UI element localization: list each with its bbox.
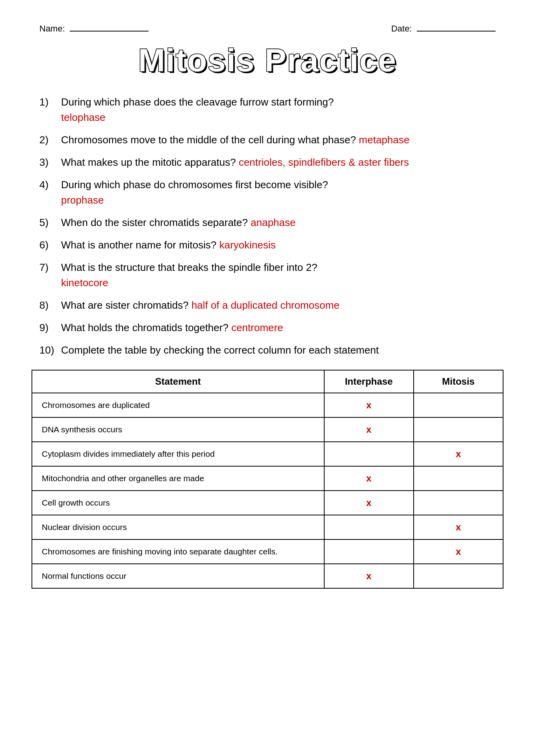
- date-underline: [417, 31, 496, 32]
- table-mitosis-2: x: [414, 442, 503, 466]
- col-header-statement: Statement: [32, 370, 324, 393]
- question-number-8: 8): [39, 298, 61, 313]
- table-row: Chromosomes are finishing moving into se…: [32, 539, 503, 564]
- question-7: 7) What is the structure that breaks the…: [39, 260, 503, 291]
- table-statement-0: Chromosomes are duplicated: [32, 393, 324, 417]
- question-text-9: What holds the chromatids together? cent…: [61, 320, 283, 335]
- question-6: 6) What is another name for mitosis? kar…: [39, 237, 503, 253]
- table-row: Mitochondria and other organelles are ma…: [32, 466, 503, 491]
- table-interphase-1: x: [324, 417, 414, 442]
- table-statement-6: Chromosomes are finishing moving into se…: [32, 539, 324, 564]
- table-section: Statement Interphase Mitosis Chromosomes…: [32, 370, 503, 589]
- question-8: 8) What are sister chromatids? half of a…: [39, 298, 503, 313]
- table-interphase-6: [324, 539, 414, 564]
- answer-table: Statement Interphase Mitosis Chromosomes…: [32, 370, 503, 589]
- table-statement-4: Cell growth occurs: [32, 491, 324, 515]
- table-statement-3: Mitochondria and other organelles are ma…: [32, 466, 324, 491]
- table-row: Nuclear division occursx: [32, 515, 503, 539]
- table-row: Cytoplasm divides immediately after this…: [32, 442, 503, 466]
- question-text-1: During which phase does the cleavage fur…: [61, 94, 334, 125]
- table-row: Cell growth occursx: [32, 491, 503, 515]
- table-statement-1: DNA synthesis occurs: [32, 417, 324, 442]
- question-text-8: What are sister chromatids? half of a du…: [61, 298, 340, 313]
- question-10: 10) Complete the table by checking the c…: [39, 343, 503, 358]
- answer-5: anaphase: [251, 217, 295, 228]
- table-mitosis-6: x: [414, 539, 503, 564]
- page-title: Mitosis Practice: [138, 42, 397, 79]
- question-text-3: What makes up the mitotic apparatus? cen…: [61, 155, 409, 170]
- question-number-2: 2): [39, 132, 61, 148]
- table-statement-5: Nuclear division occurs: [32, 515, 324, 539]
- table-mitosis-7: [414, 564, 503, 588]
- table-row: DNA synthesis occursx: [32, 417, 503, 442]
- table-statement-7: Normal functions occur: [32, 564, 324, 588]
- table-interphase-4: x: [324, 491, 414, 515]
- header: Name: Date:: [32, 24, 503, 34]
- question-number-7: 7): [39, 260, 61, 291]
- question-number-4: 4): [39, 177, 61, 208]
- question-number-5: 5): [39, 215, 61, 230]
- col-header-mitosis: Mitosis: [414, 370, 503, 393]
- answer-1: telophase: [61, 111, 106, 123]
- question-3: 3) What makes up the mitotic apparatus? …: [39, 155, 503, 170]
- question-number-10: 10): [39, 343, 61, 358]
- question-number-9: 9): [39, 320, 61, 335]
- question-number-6: 6): [39, 237, 61, 253]
- answer-8: half of a duplicated chromosome: [191, 299, 340, 311]
- question-text-6: What is another name for mitosis? karyok…: [61, 237, 276, 253]
- table-interphase-5: [324, 515, 414, 539]
- name-underline: [70, 31, 149, 32]
- table-interphase-7: x: [324, 564, 414, 588]
- question-1: 1) During which phase does the cleavage …: [39, 94, 503, 125]
- question-number-3: 3): [39, 155, 61, 170]
- answer-4: prophase: [61, 194, 104, 206]
- answer-7: kinetocore: [61, 277, 108, 289]
- answer-2: metaphase: [359, 134, 410, 146]
- table-mitosis-5: x: [414, 515, 503, 539]
- table-header-row: Statement Interphase Mitosis: [32, 370, 503, 393]
- name-field: Name:: [39, 24, 149, 34]
- col-header-interphase: Interphase: [324, 370, 414, 393]
- answer-3: centrioles, spindlefibers & aster fibers: [239, 156, 409, 168]
- question-4: 4) During which phase do chromosomes fir…: [39, 177, 503, 208]
- question-5: 5) When do the sister chromatids separat…: [39, 215, 503, 230]
- table-mitosis-1: [414, 417, 503, 442]
- table-mitosis-3: [414, 466, 503, 491]
- date-field: Date:: [391, 24, 496, 34]
- name-label: Name:: [39, 24, 65, 33]
- table-interphase-2: [324, 442, 414, 466]
- table-interphase-3: x: [324, 466, 414, 491]
- table-mitosis-4: [414, 491, 503, 515]
- question-text-10: Complete the table by checking the corre…: [61, 343, 379, 358]
- table-row: Normal functions occurx: [32, 564, 503, 588]
- question-2: 2) Chromosomes move to the middle of the…: [39, 132, 503, 148]
- table-statement-2: Cytoplasm divides immediately after this…: [32, 442, 324, 466]
- answer-9: centromere: [231, 322, 283, 334]
- answer-6: karyokinesis: [219, 239, 276, 251]
- date-label: Date:: [391, 24, 412, 33]
- questions-section: 1) During which phase does the cleavage …: [32, 94, 503, 358]
- table-interphase-0: x: [324, 393, 414, 417]
- table-row: Chromosomes are duplicatedx: [32, 393, 503, 417]
- question-text-4: During which phase do chromosomes first …: [61, 177, 328, 208]
- question-number-1: 1): [39, 94, 61, 125]
- table-mitosis-0: [414, 393, 503, 417]
- title-container: Mitosis Practice: [32, 42, 503, 79]
- question-text-2: Chromosomes move to the middle of the ce…: [61, 132, 410, 148]
- question-text-5: When do the sister chromatids separate? …: [61, 215, 295, 230]
- question-text-7: What is the structure that breaks the sp…: [61, 260, 317, 291]
- question-9: 9) What holds the chromatids together? c…: [39, 320, 503, 335]
